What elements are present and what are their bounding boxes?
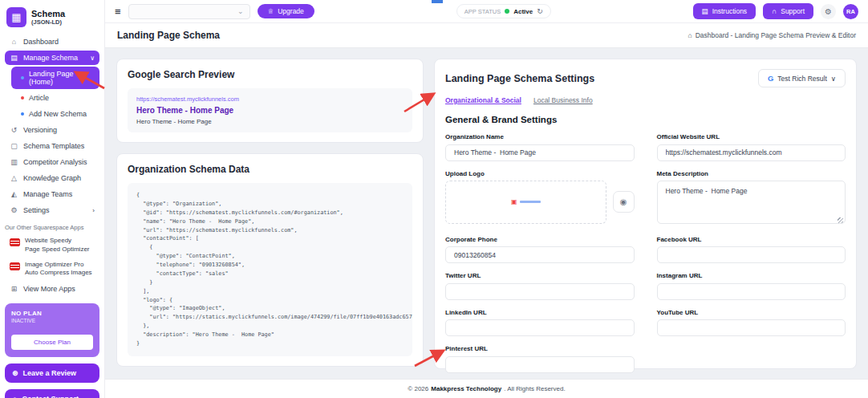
contact-support-button[interactable]: ∩ Contact Support: [5, 389, 99, 398]
sidebar-item-versioning[interactable]: ↺ Versioning: [5, 123, 99, 137]
resize-handle[interactable]: [838, 217, 843, 223]
chevron-down-icon: ∨: [831, 75, 836, 83]
twitter-url-input[interactable]: [445, 283, 635, 300]
sidebar-item-add-new-schema[interactable]: Add New Schema: [11, 107, 99, 121]
refresh-icon[interactable]: ↻: [537, 7, 543, 15]
preview-logo-eye-icon[interactable]: ◉: [613, 191, 635, 213]
google-search-preview-card: Google Search Preview https://schematest…: [116, 59, 424, 143]
image-optimizer-logo-icon: [10, 262, 20, 270]
choose-plan-button[interactable]: Choose Plan: [11, 335, 93, 350]
app-root: ▦ Schema (JSON-LD) ⌂ Dashboard ▤ Manage …: [0, 0, 868, 398]
search-result-preview: https://schematest.myclickfunnels.com He…: [128, 88, 412, 132]
app-status-value: Active: [513, 8, 533, 15]
test-rich-result-button[interactable]: G Test Rich Result ∨: [758, 69, 846, 87]
schema-logo-icon: ▦: [6, 7, 26, 27]
star-icon: ⊛: [12, 369, 18, 377]
clipboard-icon: ▤: [702, 7, 708, 15]
sidebar-item-label: Competitor Analysis: [23, 158, 87, 166]
sidebar-item-manage-schema[interactable]: ▤ Manage Schema ∨: [5, 51, 99, 65]
sidebar-item-label: Schema Templates: [23, 142, 84, 150]
linkedin-url-input[interactable]: [445, 319, 635, 336]
corporate-phone-input[interactable]: [445, 246, 635, 263]
logo-filename-link: [520, 201, 541, 203]
team-icon: ◭: [10, 190, 18, 198]
field-label: Twitter URL: [445, 272, 635, 279]
settings-tabs: Organizational & Social Local Business I…: [445, 96, 846, 104]
breadcrumb[interactable]: ⌂ Dashboard - Landing Page Schema Previe…: [688, 31, 856, 39]
website-url-input[interactable]: [657, 144, 846, 161]
settings-gear-icon[interactable]: ⚙: [821, 4, 836, 19]
headset-icon: ∩: [12, 395, 18, 398]
chart-icon: ▥: [10, 158, 18, 166]
schema-settings-card: Landing Page Schema Settings G Test Rich…: [434, 59, 857, 369]
sidebar-item-view-more-apps[interactable]: ⊞ View More Apps: [5, 282, 99, 296]
instructions-button[interactable]: ▤ Instructions: [693, 3, 756, 19]
sidebar-item-label: Versioning: [23, 126, 57, 134]
plan-card: NO PLAN INACTIVE Choose Plan: [5, 303, 99, 357]
sidebar-app-image-optimizer[interactable]: Image Optimizer Pro Auto Compress Images: [5, 258, 99, 282]
sidebar-item-label: Manage Teams: [23, 190, 72, 198]
sidebar-item-settings[interactable]: ⚙ Settings ›: [5, 203, 99, 217]
sidebar-item-schema-templates[interactable]: ▢ Schema Templates: [5, 139, 99, 153]
sidebar-item-landing-page[interactable]: Landing Page (Home): [11, 67, 99, 89]
preview-url: https://schematest.myclickfunnels.com: [136, 95, 404, 103]
content: Google Search Preview https://schematest…: [105, 48, 868, 379]
sidebar-item-label: Add New Schema: [29, 110, 87, 118]
youtube-url-input[interactable]: [657, 319, 846, 336]
tab-organizational-social[interactable]: Organizational & Social: [445, 96, 521, 104]
sidebar-item-label: Knowledge Graph: [23, 174, 81, 182]
sidebar-section-label: Our Other Squarespace Apps: [5, 224, 99, 231]
organization-name-input[interactable]: [445, 144, 635, 161]
bullet-dot-icon: [21, 96, 24, 100]
pinterest-url-input[interactable]: [445, 356, 635, 373]
app-name: Image Optimizer Pro: [25, 261, 83, 268]
sidebar-item-label: Settings: [23, 206, 50, 214]
sidebar-item-article[interactable]: Article: [11, 91, 99, 105]
chevron-down-icon: ∨: [90, 55, 95, 62]
apps-grid-icon: ⊞: [10, 285, 18, 293]
history-icon: ↺: [10, 126, 18, 134]
sidebar: ▦ Schema (JSON-LD) ⌂ Dashboard ▤ Manage …: [0, 0, 105, 398]
sidebar-app-website-speedy[interactable]: Website Speedy Page Speed Optimizer: [5, 234, 99, 258]
tab-local-business-info[interactable]: Local Business Info: [533, 96, 593, 104]
sidebar-item-competitor-analysis[interactable]: ▥ Competitor Analysis: [5, 155, 99, 169]
app-name: Website Speedy: [25, 237, 71, 244]
home-icon: ⌂: [688, 31, 692, 39]
avatar[interactable]: RA: [843, 4, 858, 19]
crown-icon: ♕: [268, 7, 274, 15]
meta-description-textarea[interactable]: Hero Theme - Home Page: [657, 181, 846, 224]
hamburger-menu-icon[interactable]: ≡: [115, 6, 121, 17]
bullet-dot-icon: [21, 76, 24, 79]
website-speedy-logo-icon: [10, 238, 20, 246]
gear-icon: ⚙: [10, 206, 18, 214]
facebook-url-input[interactable]: [657, 246, 846, 263]
field-label: Pinterest URL: [445, 345, 635, 352]
schema-json-code: { "@type": "Organization", "@id": "https…: [128, 183, 412, 356]
leave-review-button[interactable]: ⊛ Leave a Review: [5, 363, 99, 383]
support-button[interactable]: ∩ Support: [763, 3, 813, 19]
chevron-right-icon: ›: [92, 207, 95, 214]
image-thumbnail-icon: ▣: [511, 198, 517, 205]
card-title: Google Search Preview: [128, 69, 412, 80]
template-icon: ▢: [10, 142, 18, 150]
list-icon: ▤: [10, 54, 18, 62]
sidebar-item-dashboard[interactable]: ⌂ Dashboard: [5, 35, 99, 49]
field-label: Corporate Phone: [445, 236, 635, 243]
site-select-dropdown[interactable]: ⌄: [128, 4, 250, 19]
sidebar-item-manage-teams[interactable]: ◭ Manage Teams: [5, 187, 99, 201]
sidebar-item-label: View More Apps: [23, 285, 75, 293]
field-label: Official Website URL: [657, 133, 846, 140]
brand-name: Schema: [31, 9, 65, 18]
sidebar-item-label: Manage Schema: [23, 54, 78, 62]
field-label: Facebook URL: [657, 236, 846, 243]
page-title: Landing Page Schema: [117, 30, 220, 41]
upgrade-button[interactable]: ♕ Upgrade: [258, 4, 314, 18]
instagram-url-input[interactable]: [657, 283, 846, 300]
sidebar-item-label: Landing Page (Home): [29, 70, 95, 86]
brand-subtitle: (JSON-LD): [31, 18, 65, 26]
browser-artifact: [432, 0, 443, 3]
upload-logo-dropzone[interactable]: ▣: [445, 181, 606, 224]
plan-status: INACTIVE: [11, 318, 93, 323]
sidebar-item-knowledge-graph[interactable]: △ Knowledge Graph: [5, 171, 99, 185]
preview-link-title[interactable]: Hero Theme - Home Page: [136, 106, 404, 115]
